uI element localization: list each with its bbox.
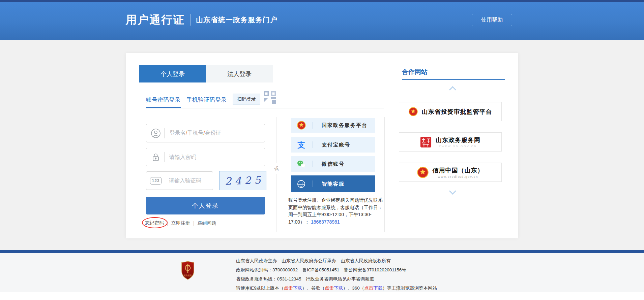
method-tab-sms-login[interactable]: 手机验证码登录 (186, 96, 227, 104)
method-tab-scan-login[interactable]: 扫码登录 (233, 94, 260, 105)
seal-icon (420, 136, 432, 148)
button-separator (313, 180, 313, 187)
password-input[interactable] (165, 148, 265, 166)
customer-service-notice: 账号登录注册、企业绑定相关问题请优先联系页面中的智能客服系统，客服电话（工作日：… (288, 197, 386, 226)
password-field[interactable] (146, 148, 265, 166)
forgot-password-link[interactable]: 忘记密码 (145, 220, 164, 226)
qr-code-icon[interactable] (264, 91, 277, 107)
robot-face-icon (297, 179, 306, 189)
government-badge-icon: 党政机关 (181, 261, 195, 280)
footer-line-2: 政府网站识别码：3700000092 鲁ICP备05051451 鲁公网安备37… (236, 265, 437, 274)
chrome-download-link[interactable]: 下载 (334, 286, 343, 291)
brand: 用户通行证 山东省统一政务服务门户 (126, 12, 277, 28)
header: 用户通行证 山东省统一政务服务门户 使用帮助 (0, 0, 644, 40)
vertical-divider-left (276, 117, 276, 232)
lock-icon (151, 152, 161, 162)
username-field[interactable]: 登录名/手机号/身份证 (146, 124, 265, 142)
national-emblem-icon (409, 107, 418, 116)
footer: 党政机关 山东省人民政府主办 山东省人民政府办公厅承办 山东省人民政府版权所有 … (0, 253, 644, 292)
alipay-icon: 支 (297, 140, 306, 149)
national-emblem-icon (297, 121, 306, 130)
partner-card-credit-china[interactable]: 信用中国（山东） www.creditsd.gov.cn (399, 163, 502, 182)
captcha-value: 2425 (221, 174, 264, 187)
alipay-login-button[interactable]: 支 支付宝账号 (291, 137, 375, 153)
partners-underline (402, 79, 505, 80)
tab-legal-person-login[interactable]: 法人登录 (206, 65, 273, 82)
login-links: 忘记密码 | 立即注册 | 遇到问题 (145, 220, 216, 226)
wechat-login-button[interactable]: 微信账号 (291, 156, 375, 172)
service-phone-link[interactable]: 18663778981 (311, 219, 340, 225)
360-download-link[interactable]: 下载 (373, 286, 382, 291)
ie-download-link[interactable]: 下载 (293, 286, 302, 291)
captcha-field[interactable]: 123 (146, 171, 213, 190)
footer-text: 山东省人民政府主办 山东省人民政府办公厅承办 山东省人民政府版权所有 政府网站识… (236, 256, 437, 293)
method-tab-password-login[interactable]: 账号密码登录 (146, 96, 180, 104)
chevron-up-icon[interactable] (450, 86, 456, 92)
help-button[interactable]: 使用帮助 (472, 14, 512, 26)
national-platform-login-button[interactable]: 国家政务服务平台 (291, 118, 375, 133)
footer-line-4: 请使用IE9及以上版本（点击下载）、谷歌（点击下载）、360（点击下载）等主流浏… (236, 284, 437, 293)
badge-label: 党政机关 (184, 274, 192, 277)
trouble-link[interactable]: 遇到问题 (197, 220, 216, 226)
national-emblem-icon (417, 167, 429, 178)
button-separator (313, 161, 313, 167)
button-separator (313, 141, 313, 148)
smart-customer-service-button[interactable]: 智能客服 (291, 175, 375, 192)
register-link[interactable]: 立即注册 (171, 220, 190, 226)
footer-line-1: 山东省人民政府主办 山东省人民政府办公厅承办 山东省人民政府版权所有 (236, 256, 437, 265)
footer-line-3: 省级政务服务热线：0531-12345 行政业务咨询电话见办事咨询频道 (236, 274, 437, 284)
ie-download-link[interactable]: 点击 (284, 286, 293, 291)
page-title: 用户通行证 (126, 12, 185, 28)
tab-personal-login[interactable]: 个人登录 (139, 65, 206, 82)
or-label: 或 (271, 163, 281, 174)
chevron-down-icon[interactable] (450, 189, 456, 195)
captcha-123-icon: 123 (151, 176, 161, 186)
personal-login-button[interactable]: 个人登录 (146, 197, 265, 214)
partner-card-investment-platform[interactable]: 山东省投资审批监管平台 (399, 102, 502, 121)
wechat-icon (297, 160, 306, 169)
method-divider-line (146, 108, 384, 108)
chrome-download-link[interactable]: 点击 (325, 286, 334, 291)
user-icon (151, 128, 161, 138)
footer-accent-bar (0, 250, 644, 253)
portal-subtitle: 山东省统一政务服务门户 (196, 15, 277, 25)
login-panel: 个人登录 法人登录 账号密码登录 手机验证码登录 扫码登录 登录名/手机号/身份… (126, 53, 518, 238)
partners-title: 合作网站 (402, 68, 428, 76)
360-download-link[interactable]: 点击 (364, 286, 373, 291)
username-input[interactable] (165, 124, 265, 142)
button-separator (313, 122, 313, 129)
captcha-image[interactable]: 2425 (219, 171, 266, 190)
partner-card-zwfw[interactable]: 山东政务服务网 ZWFW.SD.GOV.CN (399, 132, 502, 152)
brand-divider (190, 14, 191, 26)
